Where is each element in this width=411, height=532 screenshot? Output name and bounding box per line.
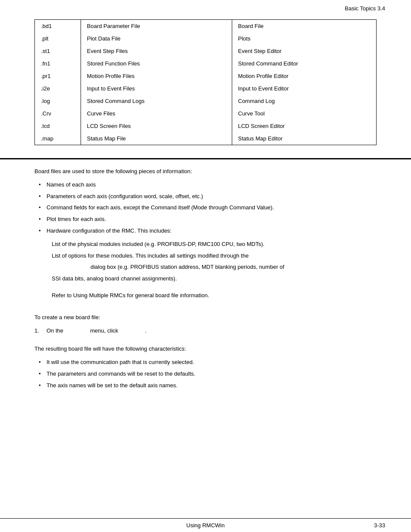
file-editor: Stored Command Editor bbox=[232, 57, 377, 70]
table-row: .bd1Board Parameter FileBoard File bbox=[35, 20, 377, 33]
file-extension: .Crv bbox=[35, 107, 81, 120]
file-editor: Command Log bbox=[232, 95, 377, 107]
file-type-table: .bd1Board Parameter FileBoard File.pltPl… bbox=[34, 19, 377, 145]
section-divider bbox=[0, 158, 411, 159]
table-row: .fn1Stored Function FilesStored Command … bbox=[35, 57, 377, 70]
footer-center: Using RMCWin bbox=[187, 522, 225, 529]
file-extension: .st1 bbox=[35, 45, 81, 57]
file-editor: Motion Profile Editor bbox=[232, 70, 377, 82]
sub-text-2a: List of options for these modules. This … bbox=[52, 252, 377, 261]
bullet-item: Command fields for each axis, except the… bbox=[34, 203, 377, 212]
numbered-list: 1. On the menu, click . bbox=[34, 327, 377, 336]
file-description: Stored Command Logs bbox=[81, 95, 232, 107]
body-section: Board files are used to store the follow… bbox=[0, 167, 411, 390]
result-bullet-item: The axis names will be set to the defaul… bbox=[34, 381, 377, 390]
table-row: .mapStatus Map FileStatus Map Editor bbox=[35, 132, 377, 145]
file-extension: .fn1 bbox=[35, 57, 81, 70]
sub-text-2b: dialog box (e.g. PROFIBUS station addres… bbox=[90, 263, 377, 272]
table-row: .pltPlot Data FilePlots bbox=[35, 32, 377, 45]
file-extension: .lcd bbox=[35, 120, 81, 132]
file-extension: .plt bbox=[35, 32, 81, 45]
bullet-item: Plot times for each axis. bbox=[34, 215, 377, 224]
table-row: .lcdLCD Screen FilesLCD Screen Editor bbox=[35, 120, 377, 132]
file-extension: .pr1 bbox=[35, 70, 81, 82]
file-description: Motion Profile Files bbox=[81, 70, 232, 82]
file-editor: Status Map Editor bbox=[232, 132, 377, 145]
result-bullet-list: It will use the communication path that … bbox=[34, 358, 377, 390]
bullet-item: Hardware configuration of the RMC. This … bbox=[34, 227, 377, 236]
file-description: Plot Data File bbox=[81, 32, 232, 45]
table-row: .logStored Command LogsCommand Log bbox=[35, 95, 377, 107]
create-heading: To create a new board file: bbox=[34, 313, 377, 322]
main-bullet-list: Names of each axis Parameters of each ax… bbox=[34, 180, 377, 236]
file-editor: Event Step Editor bbox=[232, 45, 377, 57]
table-row: .pr1Motion Profile FilesMotion Profile E… bbox=[35, 70, 377, 82]
table-row: .i2eInput to Event FilesInput to Event E… bbox=[35, 82, 377, 95]
file-description: Stored Function Files bbox=[81, 57, 232, 70]
file-description: Status Map File bbox=[81, 132, 232, 145]
page-header: Basic Topics 3.4 bbox=[0, 0, 411, 15]
file-extension: .i2e bbox=[35, 82, 81, 95]
file-description: Board Parameter File bbox=[81, 20, 232, 33]
intro-text: Board files are used to store the follow… bbox=[34, 167, 377, 176]
file-description: Curve Files bbox=[81, 107, 232, 120]
sub-text-1: List of the physical modules included (e… bbox=[52, 240, 377, 249]
file-editor: LCD Screen Editor bbox=[232, 120, 377, 132]
file-editor: Input to Event Editor bbox=[232, 82, 377, 95]
file-extension: .log bbox=[35, 95, 81, 107]
file-description: LCD Screen Files bbox=[81, 120, 232, 132]
file-editor: Plots bbox=[232, 32, 377, 45]
bullet-item: Names of each axis bbox=[34, 180, 377, 190]
numbered-item: 1. On the menu, click . bbox=[34, 327, 377, 336]
result-bullet-item: It will use the communication path that … bbox=[34, 358, 377, 367]
header-text: Basic Topics 3.4 bbox=[345, 5, 385, 12]
file-editor: Curve Tool bbox=[232, 107, 377, 120]
file-extension: .bd1 bbox=[35, 20, 81, 33]
file-description: Input to Event Files bbox=[81, 82, 232, 95]
table-section: .bd1Board Parameter FileBoard File.pltPl… bbox=[0, 15, 411, 145]
refer-text: Refer to Using Multiple RMCs for general… bbox=[52, 291, 377, 300]
file-editor: Board File bbox=[232, 20, 377, 33]
file-extension: .map bbox=[35, 132, 81, 145]
page-footer: Using RMCWin 3-33 bbox=[0, 518, 411, 532]
table-row: .CrvCurve FilesCurve Tool bbox=[35, 107, 377, 120]
result-heading: The resulting board file will have the f… bbox=[34, 345, 377, 354]
footer-right: 3-33 bbox=[374, 522, 385, 529]
file-description: Event Step Files bbox=[81, 45, 232, 57]
result-bullet-item: The parameters and commands will be rese… bbox=[34, 370, 377, 379]
page-container: Basic Topics 3.4 .bd1Board Parameter Fil… bbox=[0, 0, 411, 532]
table-row: .st1Event Step FilesEvent Step Editor bbox=[35, 45, 377, 57]
sub-text-2c: SSI data bits, analog board channel assi… bbox=[52, 274, 377, 283]
bullet-item: Parameters of each axis (configuration w… bbox=[34, 192, 377, 201]
